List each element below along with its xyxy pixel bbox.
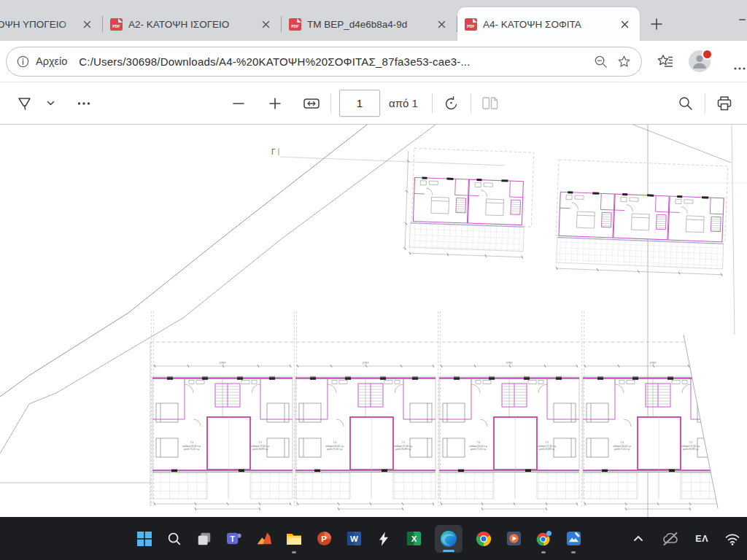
media-player-icon — [506, 530, 522, 547]
zoom-out-icon[interactable] — [226, 91, 251, 116]
taskbar-app-icons: T P — [136, 525, 582, 553]
plan-corner-marker: Γ — [271, 148, 276, 156]
start-button[interactable] — [136, 530, 153, 548]
svg-text:PDF: PDF — [467, 24, 474, 28]
tab-strip: ΟΨΗ ΥΠΟΓΕΙΟ PDF A2- ΚΑΤΟΨΗ ΙΣΟΓΕΙΟ — [0, 0, 747, 41]
info-icon[interactable] — [17, 55, 29, 68]
svg-text:PDF: PDF — [112, 24, 120, 28]
close-icon[interactable] — [433, 16, 449, 32]
matlab-app-button[interactable] — [255, 530, 273, 548]
chrome-profile-app-button[interactable] — [535, 530, 552, 548]
media-player-app-button[interactable] — [505, 530, 522, 548]
chrome-profile-icon — [535, 530, 552, 548]
page-count-label: από 1 — [389, 97, 418, 109]
photos-app-button[interactable] — [565, 530, 582, 548]
tab-title: TM BEP_d4e6b8a4-9d — [307, 19, 407, 30]
print-icon[interactable] — [712, 91, 737, 116]
running-indicator — [292, 551, 296, 553]
zoom-in-icon[interactable] — [263, 91, 287, 116]
windows-taskbar: T P — [0, 517, 747, 560]
svg-text:X: X — [411, 534, 417, 543]
profile-notification-dot — [702, 49, 713, 60]
excel-icon: X — [406, 530, 422, 547]
search-document-icon[interactable] — [673, 91, 698, 116]
collections-icon[interactable] — [654, 50, 677, 73]
pdf-toolbar: 1 από 1 — [0, 82, 747, 125]
taskbar-search-button[interactable] — [166, 530, 183, 548]
tab-basement-plan[interactable]: ΟΨΗ ΥΠΟΓΕΙΟ — [0, 7, 102, 41]
zoom-out-page-icon[interactable] — [589, 50, 612, 73]
toolbar-separator — [471, 93, 471, 113]
pdf-annotation-tools — [9, 82, 96, 124]
browser-menu-icon[interactable] — [728, 57, 747, 80]
chrome-icon — [475, 530, 492, 548]
pdf-page-controls: 1 από 1 — [226, 82, 503, 124]
tab-title-fade — [597, 13, 618, 35]
pdf-file-icon: PDF — [465, 18, 477, 31]
pdf-file-icon: PDF — [289, 18, 301, 31]
powerpoint-app-button[interactable]: P — [315, 530, 333, 548]
teams-icon: T — [226, 530, 243, 547]
pdf-find-print — [673, 82, 737, 124]
address-bar[interactable]: Αρχείο C:/Users/30698/Downloads/A4-%20ΚΑ… — [6, 47, 642, 77]
close-icon[interactable] — [616, 16, 632, 32]
wifi-icon[interactable] — [724, 530, 741, 548]
tab-title: ΟΨΗ ΥΠΟΓΕΙΟ — [0, 19, 66, 30]
matlab-icon — [256, 530, 273, 547]
task-view-icon — [196, 531, 212, 547]
pdf-more-options-icon[interactable] — [71, 91, 96, 116]
file-scheme-label: Αρχείο — [36, 55, 67, 67]
plus-icon — [649, 17, 664, 31]
upper-right-building-cluster — [554, 160, 728, 276]
system-tray: ΕΛ — [631, 517, 741, 560]
rotate-page-icon[interactable] — [439, 91, 464, 116]
browser-actions — [654, 50, 711, 73]
lightning-app-button[interactable] — [375, 530, 392, 548]
edge-app-button-active[interactable] — [435, 525, 462, 553]
highlighter-pen-icon[interactable] — [9, 91, 41, 116]
teams-app-button[interactable]: T — [225, 530, 243, 548]
new-tab-button[interactable] — [646, 13, 667, 35]
favorite-star-icon[interactable] — [612, 50, 635, 73]
page-number-input[interactable]: 1 — [339, 90, 380, 117]
word-icon: W — [346, 530, 363, 547]
excel-app-button[interactable]: X — [405, 530, 422, 548]
svg-text:P: P — [321, 534, 327, 543]
lightning-bolt-icon — [376, 531, 392, 547]
folder-icon — [285, 530, 303, 548]
svg-text:W: W — [350, 534, 358, 543]
close-icon[interactable] — [258, 16, 274, 32]
powerpoint-icon: P — [316, 530, 333, 547]
upper-left-building-cluster — [403, 148, 534, 259]
tab-attic-plan-active[interactable]: PDF A4- ΚΑΤΟΨΗ ΣΟΦΙΤΑ — [457, 7, 640, 41]
fit-to-width-icon[interactable] — [299, 91, 324, 116]
pen-options-chevron-icon[interactable] — [41, 91, 60, 116]
url-text[interactable]: C:/Users/30698/Downloads/A4-%20ΚΑΤΟΨΗ%20… — [79, 55, 589, 68]
edge-icon — [439, 529, 458, 548]
task-view-button[interactable] — [196, 530, 213, 548]
tab-ground-floor-plan[interactable]: PDF A2- ΚΑΤΟΨΗ ΙΣΟΓΕΙΟ — [103, 7, 281, 41]
windows-logo-icon — [136, 531, 152, 547]
profile-avatar[interactable] — [689, 50, 711, 72]
tab-title-fade — [239, 13, 259, 35]
toolbar-separator — [432, 93, 433, 113]
toolbar-separator — [705, 93, 705, 113]
page-view-icon[interactable] — [478, 91, 503, 116]
tray-chevron-up-icon[interactable] — [631, 532, 646, 546]
floor-plan-drawing: 2787 — [0, 125, 747, 517]
svg-text:T: T — [230, 534, 235, 543]
lower-townhouse-row — [150, 311, 747, 510]
word-app-button[interactable]: W — [345, 530, 363, 548]
tab-title-fade — [414, 13, 435, 35]
tab-title: A2- ΚΑΤΟΨΗ ΙΣΟΓΕΙΟ — [128, 19, 229, 30]
close-icon[interactable] — [79, 16, 95, 32]
pdf-page-attic-floor-plan[interactable]: 2787 — [0, 125, 747, 517]
active-app-indicator — [443, 550, 454, 552]
svg-text:PDF: PDF — [291, 24, 298, 28]
file-explorer-button[interactable] — [285, 530, 303, 548]
onedrive-paused-icon[interactable] — [661, 529, 680, 548]
language-indicator[interactable]: ΕΛ — [695, 534, 708, 544]
tab-tm-bep-document[interactable]: PDF TM BEP_d4e6b8a4-9d — [282, 7, 457, 41]
chrome-app-button[interactable] — [475, 530, 492, 548]
edge-browser-window: ΟΨΗ ΥΠΟΓΕΙΟ PDF A2- ΚΑΤΟΨΗ ΙΣΟΓΕΙΟ — [0, 0, 747, 560]
